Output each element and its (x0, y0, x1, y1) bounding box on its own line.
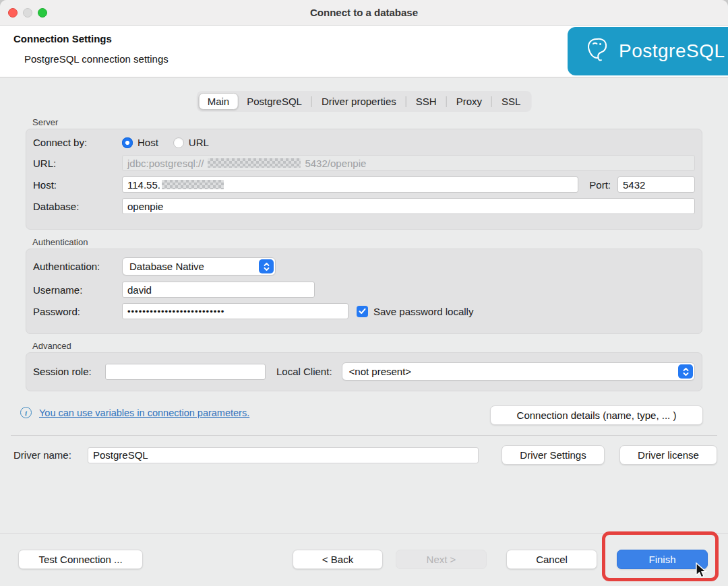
database-label: Database: (33, 201, 122, 212)
authentication-label: Authentication: (33, 261, 122, 272)
finish-button[interactable]: Finish (617, 550, 708, 569)
save-password-checkbox[interactable] (357, 306, 368, 317)
tab-proxy[interactable]: Proxy (448, 93, 491, 110)
tab-separator (491, 96, 492, 107)
radio-url-label: URL (189, 137, 209, 148)
cancel-button[interactable]: Cancel (506, 550, 597, 569)
redacted-pixelation (162, 180, 224, 189)
server-section-label: Server (32, 117, 58, 127)
tab-ssh[interactable]: SSH (407, 93, 446, 110)
test-connection-button[interactable]: Test Connection ... (18, 550, 143, 569)
authentication-group: Authentication: Database Native Username… (26, 249, 702, 334)
radio-host[interactable] (122, 137, 133, 148)
port-label: Port: (589, 179, 611, 191)
back-button[interactable]: < Back (293, 550, 383, 569)
host-label: Host: (33, 179, 122, 191)
zoom-window-button[interactable] (38, 8, 47, 18)
tab-separator (311, 96, 312, 107)
dialog-body: Main PostgreSQL Driver properties SSH Pr… (0, 78, 728, 586)
advanced-group: Session role: Local Client: <not present… (26, 352, 702, 391)
tab-main[interactable]: Main (199, 93, 239, 110)
port-input[interactable] (617, 176, 695, 193)
titlebar: Connect to a database (0, 0, 728, 26)
connect-by-label: Connect by: (33, 137, 122, 148)
variables-hint-row: You can use variables in connection para… (20, 407, 249, 418)
driver-name-input[interactable] (88, 447, 479, 463)
authentication-section-label: Authentication (32, 237, 88, 247)
driver-settings-button[interactable]: Driver Settings (502, 445, 605, 465)
radio-url[interactable] (173, 137, 184, 148)
variables-link[interactable]: You can use variables in connection para… (39, 408, 249, 418)
connection-details-button[interactable]: Connection details (name, type, ... ) (490, 405, 703, 425)
host-field[interactable]: 114.55. (122, 176, 578, 193)
page-title: Connection Settings (13, 33, 112, 44)
password-label: Password: (33, 306, 122, 317)
close-window-button[interactable] (8, 8, 18, 18)
authentication-value: Database Native (129, 261, 204, 272)
bottom-divider (0, 533, 728, 534)
driver-license-button[interactable]: Driver license (619, 445, 717, 465)
redacted-pixelation (208, 158, 301, 168)
url-suffix: 5432/openpie (305, 158, 366, 169)
username-label: Username: (33, 284, 122, 296)
local-client-label: Local Client: (276, 366, 332, 377)
url-field: jdbc:postgresql:// 5432/openpie (122, 155, 695, 171)
radio-host-label: Host (138, 137, 158, 148)
session-role-label: Session role: (33, 366, 105, 377)
tab-driver-properties[interactable]: Driver properties (313, 93, 405, 110)
authentication-select[interactable]: Database Native (122, 257, 276, 275)
check-icon (359, 308, 366, 315)
minimize-window-button[interactable] (23, 8, 32, 18)
server-group: Connect by: Host URL URL: jdbc:postgresq… (26, 129, 702, 230)
url-prefix: jdbc:postgresql:// (127, 158, 204, 169)
tab-separator (406, 96, 406, 107)
divider (11, 435, 717, 436)
tab-separator (446, 96, 447, 107)
local-client-select[interactable]: <not present> (342, 362, 695, 381)
dialog-header: Connection Settings PostgreSQL connectio… (0, 26, 728, 77)
password-input[interactable] (122, 303, 348, 319)
local-client-value: <not present> (349, 366, 412, 377)
connect-to-database-dialog: Connect to a database Connection Setting… (0, 0, 728, 586)
window-title: Connect to a database (310, 7, 418, 18)
host-prefix: 114.55. (127, 179, 160, 191)
postgresql-elephant-icon (584, 36, 611, 67)
driver-name-label: Driver name: (13, 449, 88, 461)
next-button: Next > (396, 550, 487, 569)
url-label: URL: (33, 158, 122, 169)
postgresql-wordmark: PostgreSQL (619, 40, 725, 62)
settings-tabbar: Main PostgreSQL Driver properties SSH Pr… (197, 91, 532, 112)
chevron-updown-icon (678, 364, 693, 379)
session-role-input[interactable] (105, 364, 266, 380)
save-password-label: Save password locally (373, 306, 473, 317)
postgresql-banner: PostgreSQL (568, 27, 728, 75)
driver-row: Driver name: Driver Settings Driver lice… (13, 445, 717, 465)
traffic-lights (8, 0, 47, 25)
advanced-section-label: Advanced (32, 341, 71, 351)
chevron-updown-icon (259, 259, 274, 273)
username-input[interactable] (122, 282, 315, 298)
page-subtitle: PostgreSQL connection settings (24, 53, 169, 65)
tab-postgresql[interactable]: PostgreSQL (238, 93, 311, 110)
info-icon (20, 407, 32, 418)
tab-ssl[interactable]: SSL (493, 93, 529, 110)
database-input[interactable] (122, 198, 695, 214)
